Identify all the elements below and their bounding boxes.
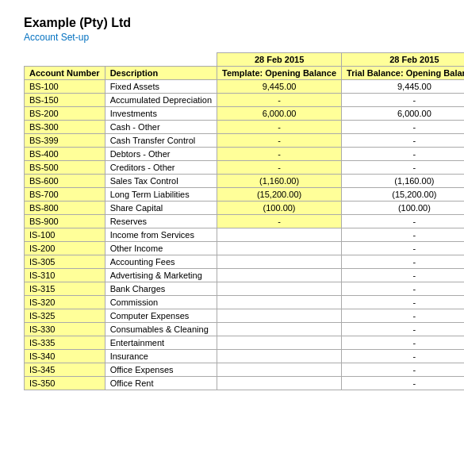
trial-value-cell: -	[342, 269, 464, 282]
template-value-cell	[217, 255, 342, 269]
account-number-cell: BS-100	[25, 80, 105, 94]
account-number-cell: BS-399	[25, 134, 105, 148]
col1-date-header: 28 Feb 2015	[217, 53, 342, 67]
description-cell: Other Income	[105, 242, 217, 255]
description-cell: Fixed Assets	[105, 80, 217, 94]
table-row: BS-800Share Capital(100.00)(100.00)	[25, 202, 465, 215]
trial-value-cell: (100.00)	[342, 202, 464, 215]
template-value-cell	[217, 282, 342, 296]
account-number-cell: IS-310	[25, 269, 105, 282]
table-row: IS-330Consumables & Cleaning-	[25, 323, 465, 336]
description-cell: Office Rent	[105, 377, 217, 390]
trial-value-cell: -	[342, 121, 464, 134]
description-cell: Accounting Fees	[105, 255, 217, 269]
description-cell: Consumables & Cleaning	[105, 323, 217, 336]
trial-value-cell: -	[342, 228, 464, 242]
account-number-cell: IS-330	[25, 323, 105, 336]
table-row: BS-600Sales Tax Control(1,160.00)(1,160.…	[25, 175, 465, 188]
table-row: BS-399Cash Transfer Control--	[25, 134, 465, 148]
trial-value-cell: -	[342, 255, 464, 269]
account-number-cell: IS-200	[25, 242, 105, 255]
template-value-cell: -	[217, 148, 342, 161]
account-number-cell: IS-320	[25, 296, 105, 309]
description-cell: Commission	[105, 296, 217, 309]
trial-value-cell: -	[342, 323, 464, 336]
description-cell: Cash Transfer Control	[105, 134, 217, 148]
description-cell: Insurance	[105, 350, 217, 363]
template-value-cell: -	[217, 161, 342, 175]
account-number-cell: BS-900	[25, 215, 105, 228]
company-name: Example (Pty) Ltd	[24, 16, 440, 30]
description-cell: Long Term Liabilities	[105, 188, 217, 202]
description-cell: Accumulated Depreciation	[105, 94, 217, 107]
account-number-cell: BS-150	[25, 94, 105, 107]
trial-value-cell: 6,000.00	[342, 107, 464, 121]
table-row: BS-200Investments6,000.006,000.00	[25, 107, 465, 121]
col2-date-header: 28 Feb 2015	[342, 53, 464, 67]
account-number-cell: IS-325	[25, 309, 105, 323]
description-cell: Office Expenses	[105, 363, 217, 377]
table-row: BS-100Fixed Assets9,445.009,445.00	[25, 80, 465, 94]
trial-value-cell: -	[342, 94, 464, 107]
template-value-cell: 9,445.00	[217, 80, 342, 94]
trial-value-cell: -	[342, 242, 464, 255]
template-value-cell: -	[217, 215, 342, 228]
trial-value-cell: -	[342, 336, 464, 350]
account-number-cell: BS-600	[25, 175, 105, 188]
description-cell: Income from Services	[105, 228, 217, 242]
table-row: IS-100Income from Services-	[25, 228, 465, 242]
account-number-cell: BS-200	[25, 107, 105, 121]
template-value-cell	[217, 269, 342, 282]
table-row: IS-350Office Rent-	[25, 377, 465, 390]
description-header: Description	[105, 67, 217, 80]
spacer-1	[25, 53, 105, 67]
template-value-cell	[217, 363, 342, 377]
template-header: Template: Opening Balance	[217, 67, 342, 80]
trial-value-cell: -	[342, 309, 464, 323]
description-cell: Advertising & Marketing	[105, 269, 217, 282]
trial-value-cell: -	[342, 134, 464, 148]
template-value-cell: (15,200.00)	[217, 188, 342, 202]
account-number-cell: IS-340	[25, 350, 105, 363]
trial-value-cell: -	[342, 282, 464, 296]
trial-value-cell: -	[342, 215, 464, 228]
template-value-cell	[217, 296, 342, 309]
account-number-cell: BS-400	[25, 148, 105, 161]
description-cell: Share Capital	[105, 202, 217, 215]
template-value-cell	[217, 350, 342, 363]
account-number-cell: IS-350	[25, 377, 105, 390]
table-row: IS-310Advertising & Marketing-	[25, 269, 465, 282]
trial-value-cell: -	[342, 161, 464, 175]
account-number-cell: IS-345	[25, 363, 105, 377]
template-value-cell: 6,000.00	[217, 107, 342, 121]
subtitle: Account Set-up	[24, 32, 440, 43]
template-value-cell	[217, 377, 342, 390]
table-row: IS-320Commission-	[25, 296, 465, 309]
spacer-2	[105, 53, 217, 67]
template-value-cell: -	[217, 121, 342, 134]
account-number-cell: IS-335	[25, 336, 105, 350]
account-number-cell: BS-500	[25, 161, 105, 175]
trial-value-cell: (1,160.00)	[342, 175, 464, 188]
description-cell: Debtors - Other	[105, 148, 217, 161]
account-table: 28 Feb 2015 28 Feb 2015 Account Number D…	[24, 52, 464, 390]
trial-value-cell: -	[342, 377, 464, 390]
template-value-cell	[217, 242, 342, 255]
table-row: IS-305Accounting Fees-	[25, 255, 465, 269]
table-row: BS-400Debtors - Other--	[25, 148, 465, 161]
description-cell: Entertainment	[105, 336, 217, 350]
account-number-cell: BS-700	[25, 188, 105, 202]
description-cell: Reserves	[105, 215, 217, 228]
trial-value-cell: 9,445.00	[342, 80, 464, 94]
table-row: IS-345Office Expenses-	[25, 363, 465, 377]
account-number-cell: IS-315	[25, 282, 105, 296]
template-value-cell: (100.00)	[217, 202, 342, 215]
template-value-cell	[217, 336, 342, 350]
table-row: BS-700Long Term Liabilities(15,200.00)(1…	[25, 188, 465, 202]
trial-value-cell: -	[342, 148, 464, 161]
trial-header: Trial Balance: Opening Balances	[342, 67, 464, 80]
description-cell: Bank Charges	[105, 282, 217, 296]
template-value-cell	[217, 228, 342, 242]
table-row: IS-200Other Income-	[25, 242, 465, 255]
description-cell: Computer Expenses	[105, 309, 217, 323]
